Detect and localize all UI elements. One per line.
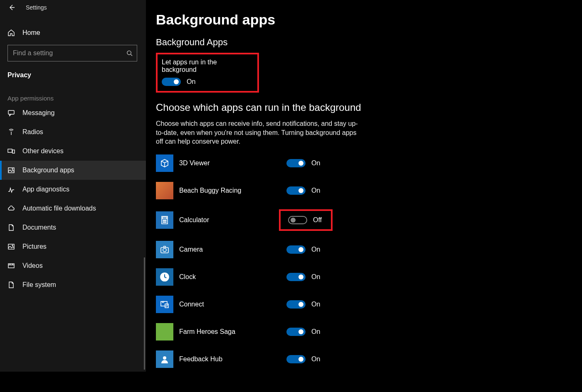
- master-toggle-label: Let apps run in the background: [162, 59, 251, 74]
- sidebar-item-label: Automatic file downloads: [22, 205, 96, 212]
- svg-rect-10: [163, 217, 167, 219]
- sidebar-header: Settings: [0, 0, 146, 15]
- search-box[interactable]: [7, 45, 137, 61]
- svg-rect-2: [8, 149, 12, 152]
- app-toggle-state: On: [311, 187, 320, 194]
- sidebar-item-documents[interactable]: Documents: [0, 218, 146, 237]
- app-icon: [156, 296, 173, 313]
- master-toggle[interactable]: [162, 78, 181, 86]
- sidebar-item-label: Background apps: [22, 167, 74, 174]
- diagnostics-icon: [7, 186, 15, 193]
- app-name: Calculator: [179, 216, 286, 224]
- app-row: Feedback HubOn: [156, 350, 552, 368]
- app-toggle-state: On: [311, 328, 320, 336]
- cloud-icon: [7, 205, 15, 212]
- document-icon: [7, 224, 15, 231]
- section-title-background-apps: Background Apps: [156, 37, 552, 48]
- svg-point-12: [164, 220, 165, 221]
- app-row: 3D ViewerOn: [156, 154, 552, 172]
- nav-list: MessagingRadiosOther devicesBackground a…: [0, 103, 146, 294]
- app-toggle-state: On: [311, 246, 320, 253]
- app-toggle-state: On: [311, 301, 320, 308]
- app-icon: [156, 211, 173, 229]
- sidebar-item-app-diagnostics[interactable]: App diagnostics: [0, 180, 146, 199]
- svg-rect-8: [8, 264, 14, 268]
- app-name: Feedback Hub: [179, 355, 286, 363]
- sidebar-item-label: Messaging: [22, 109, 54, 117]
- app-toggle[interactable]: [286, 355, 306, 363]
- search-input[interactable]: [8, 49, 137, 57]
- chat-icon: [7, 109, 15, 117]
- app-name: Camera: [179, 246, 286, 253]
- app-name: 3D Viewer: [179, 159, 286, 167]
- app-toggle-container: On: [286, 300, 320, 309]
- sidebar-item-label: Radios: [22, 128, 43, 136]
- master-toggle-state: On: [187, 78, 195, 86]
- app-toggle[interactable]: [286, 328, 306, 336]
- app-toggle[interactable]: [288, 216, 307, 224]
- section-title-choose-apps: Choose which apps can run in the backgro…: [156, 102, 552, 113]
- document-icon: [7, 281, 15, 289]
- sidebar-item-label: Pictures: [22, 243, 47, 250]
- app-toggle-container: On: [286, 328, 320, 336]
- svg-point-18: [163, 248, 166, 252]
- group-label: App permissions: [0, 83, 146, 103]
- app-toggle[interactable]: [286, 159, 306, 167]
- sidebar-scrollbar[interactable]: [144, 257, 145, 370]
- search-icon: [126, 50, 133, 56]
- home-icon: [7, 29, 15, 37]
- sidebar-item-home[interactable]: Home: [0, 23, 146, 42]
- page-title: Background apps: [156, 12, 552, 28]
- app-row: Beach Buggy RacingOn: [156, 182, 552, 199]
- master-toggle-container: Let apps run in the background On: [156, 53, 259, 93]
- svg-point-0: [127, 51, 131, 54]
- home-label: Home: [22, 29, 40, 37]
- sidebar-item-pictures[interactable]: Pictures: [0, 237, 146, 256]
- sidebar: Settings Home Privacy App permissions Me…: [0, 0, 146, 372]
- app-icon: [156, 182, 173, 199]
- app-row: Farm Heroes SagaOn: [156, 323, 552, 341]
- sidebar-item-label: Documents: [22, 224, 56, 231]
- app-icon: [156, 241, 173, 258]
- svg-rect-1: [8, 110, 14, 114]
- svg-point-22: [163, 356, 166, 360]
- app-toggle-container: On: [286, 186, 320, 195]
- app-toggle-state: On: [311, 273, 320, 281]
- app-row: ClockOn: [156, 268, 552, 286]
- svg-point-16: [165, 222, 166, 223]
- app-toggle-state: Off: [313, 216, 322, 224]
- category-label: Privacy: [0, 61, 146, 83]
- app-name: Farm Heroes Saga: [179, 328, 286, 336]
- svg-point-5: [12, 169, 13, 169]
- app-row: ConnectOn: [156, 296, 552, 313]
- app-name: Beach Buggy Racing: [179, 187, 286, 194]
- app-icon: [156, 154, 173, 172]
- sidebar-item-label: File system: [22, 281, 56, 289]
- sidebar-item-messaging[interactable]: Messaging: [0, 103, 146, 122]
- app-toggle[interactable]: [286, 186, 306, 195]
- sidebar-item-automatic-file-downloads[interactable]: Automatic file downloads: [0, 199, 146, 218]
- app-toggle[interactable]: [286, 245, 306, 254]
- app-icon: [156, 268, 173, 286]
- back-button[interactable]: [7, 3, 16, 12]
- app-icon: [156, 323, 173, 341]
- sidebar-item-label: Videos: [22, 262, 43, 270]
- sidebar-item-background-apps[interactable]: Background apps: [0, 161, 146, 180]
- app-toggle[interactable]: [286, 300, 306, 309]
- picture-icon: [7, 243, 15, 250]
- app-toggle-container: On: [286, 159, 320, 167]
- section-description: Choose which apps can receive info, send…: [156, 119, 360, 146]
- sidebar-item-radios[interactable]: Radios: [0, 122, 146, 142]
- app-toggle-state: On: [311, 355, 320, 363]
- sidebar-item-file-system[interactable]: File system: [0, 275, 146, 294]
- app-icon: [156, 350, 173, 368]
- svg-point-7: [12, 245, 13, 246]
- sidebar-item-videos[interactable]: Videos: [0, 256, 146, 275]
- main-content: Background apps Background Apps Let apps…: [146, 0, 552, 372]
- sidebar-item-other-devices[interactable]: Other devices: [0, 142, 146, 161]
- app-toggle[interactable]: [286, 273, 306, 281]
- svg-point-13: [165, 220, 166, 221]
- app-name: Clock: [179, 273, 286, 281]
- app-toggle-container: On: [286, 273, 320, 281]
- window-title: Settings: [26, 4, 47, 11]
